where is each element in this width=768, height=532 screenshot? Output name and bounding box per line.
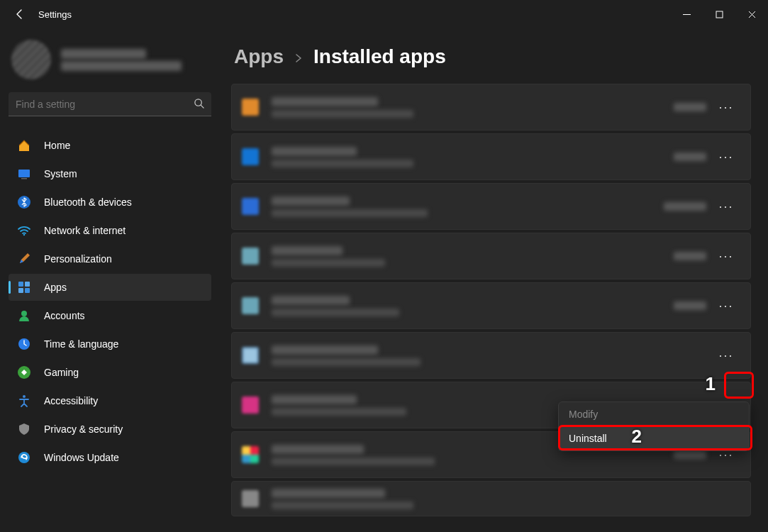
app-more-button[interactable]: ··· bbox=[715, 196, 738, 217]
nav-network[interactable]: Network & internet bbox=[9, 217, 211, 244]
app-size-obscured bbox=[674, 252, 706, 260]
app-more-button[interactable]: ··· bbox=[715, 295, 738, 316]
close-icon bbox=[748, 11, 756, 18]
nav-time-language[interactable]: Time & language bbox=[9, 331, 211, 358]
app-size-obscured bbox=[664, 202, 706, 211]
app-icon bbox=[242, 148, 259, 165]
update-icon bbox=[16, 449, 33, 466]
brush-icon bbox=[16, 250, 33, 267]
nav-label: Gaming bbox=[44, 367, 79, 378]
nav-label: Time & language bbox=[44, 338, 118, 350]
home-icon bbox=[16, 137, 33, 154]
nav-label: System bbox=[44, 168, 77, 179]
installed-apps-list: ··· ··· ··· ··· bbox=[231, 84, 751, 516]
svg-point-13 bbox=[23, 395, 26, 398]
app-text-obscured bbox=[272, 246, 674, 267]
apps-icon bbox=[16, 279, 33, 296]
minimize-button[interactable] bbox=[670, 0, 703, 28]
app-row[interactable]: ··· bbox=[231, 282, 751, 329]
menu-item-modify[interactable]: Modify bbox=[559, 402, 749, 426]
sidebar: Home System Bluetooth & devices Network … bbox=[0, 28, 220, 532]
svg-rect-3 bbox=[21, 178, 27, 179]
person-icon bbox=[16, 307, 33, 324]
back-button[interactable] bbox=[6, 0, 34, 28]
nav-apps[interactable]: Apps bbox=[9, 274, 211, 301]
nav-label: Apps bbox=[44, 282, 67, 293]
close-button[interactable] bbox=[735, 0, 768, 28]
app-icon bbox=[242, 297, 259, 314]
app-more-button[interactable]: ··· bbox=[715, 345, 738, 366]
search-input[interactable] bbox=[9, 92, 211, 116]
arrow-left-icon bbox=[14, 9, 26, 20]
svg-rect-8 bbox=[18, 288, 23, 293]
app-more-button[interactable]: ··· bbox=[715, 96, 738, 118]
account-profile[interactable] bbox=[9, 37, 211, 82]
nav-gaming[interactable]: Gaming bbox=[9, 359, 211, 386]
content-area: Apps Installed apps ··· ··· bbox=[220, 28, 768, 532]
breadcrumb-leaf: Installed apps bbox=[313, 45, 446, 68]
nav-label: Accounts bbox=[44, 310, 85, 321]
nav-home[interactable]: Home bbox=[9, 132, 211, 159]
nav-accounts[interactable]: Accounts bbox=[9, 302, 211, 329]
breadcrumb: Apps Installed apps bbox=[231, 45, 751, 68]
nav-label: Home bbox=[44, 140, 70, 151]
nav-label: Accessibility bbox=[44, 395, 98, 406]
app-size-obscured bbox=[674, 153, 706, 161]
svg-point-10 bbox=[21, 311, 27, 316]
app-icon bbox=[242, 446, 259, 463]
app-context-menu: Modify Uninstall bbox=[558, 401, 750, 451]
shield-icon bbox=[16, 421, 33, 438]
app-row[interactable] bbox=[231, 481, 751, 516]
svg-point-14 bbox=[18, 452, 30, 463]
app-size-obscured bbox=[674, 103, 706, 111]
nav-bluetooth[interactable]: Bluetooth & devices bbox=[9, 189, 211, 216]
menu-item-uninstall[interactable]: Uninstall bbox=[559, 426, 749, 450]
svg-rect-9 bbox=[25, 288, 30, 293]
avatar bbox=[11, 40, 51, 79]
title-bar: Settings bbox=[0, 0, 768, 28]
profile-text bbox=[61, 47, 182, 73]
window-title: Settings bbox=[34, 9, 72, 20]
nav-label: Bluetooth & devices bbox=[44, 196, 132, 208]
app-size-obscured bbox=[674, 450, 706, 459]
minimize-icon bbox=[683, 11, 691, 18]
accessibility-icon bbox=[16, 392, 33, 409]
app-row[interactable]: ··· bbox=[231, 84, 751, 131]
nav-label: Privacy & security bbox=[44, 423, 123, 435]
nav-label: Network & internet bbox=[44, 225, 126, 236]
svg-rect-0 bbox=[716, 11, 723, 18]
app-text-obscured bbox=[272, 296, 674, 316]
search-field[interactable] bbox=[16, 99, 194, 110]
app-text-obscured bbox=[272, 345, 715, 366]
app-more-button[interactable]: ··· bbox=[715, 245, 738, 267]
app-icon bbox=[242, 490, 259, 507]
chevron-right-icon bbox=[294, 50, 304, 67]
nav-label: Personalization bbox=[44, 253, 112, 265]
nav-personalization[interactable]: Personalization bbox=[9, 245, 211, 272]
nav-accessibility[interactable]: Accessibility bbox=[9, 387, 211, 414]
nav-windows-update[interactable]: Windows Update bbox=[9, 444, 211, 471]
app-icon bbox=[242, 99, 259, 116]
search-icon bbox=[194, 98, 204, 111]
app-text-obscured bbox=[272, 97, 674, 118]
app-icon bbox=[242, 397, 259, 414]
nav-system[interactable]: System bbox=[9, 160, 211, 187]
app-row[interactable]: ··· bbox=[231, 183, 751, 230]
nav-privacy[interactable]: Privacy & security bbox=[9, 416, 211, 443]
svg-rect-6 bbox=[18, 282, 23, 287]
app-row[interactable]: ··· bbox=[231, 133, 751, 180]
app-icon bbox=[242, 248, 259, 265]
breadcrumb-root[interactable]: Apps bbox=[234, 45, 284, 68]
app-row[interactable]: ··· bbox=[231, 233, 751, 279]
svg-rect-2 bbox=[18, 170, 30, 177]
wifi-icon bbox=[16, 222, 33, 239]
svg-point-1 bbox=[195, 99, 201, 105]
system-icon bbox=[16, 165, 33, 182]
app-text-obscured bbox=[272, 196, 664, 217]
maximize-button[interactable] bbox=[703, 0, 735, 28]
bluetooth-icon bbox=[16, 194, 33, 211]
app-icon bbox=[242, 198, 259, 215]
app-text-obscured bbox=[272, 489, 738, 509]
app-row[interactable]: ··· bbox=[231, 332, 751, 379]
app-more-button[interactable]: ··· bbox=[715, 146, 738, 167]
